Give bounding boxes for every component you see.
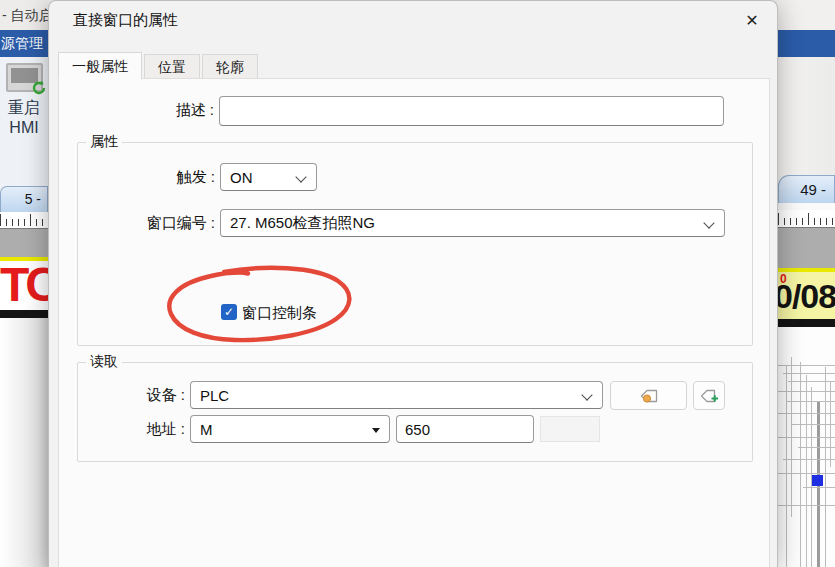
trigger-select[interactable]: ON xyxy=(220,163,317,191)
window-bar-checkbox[interactable]: ✓ xyxy=(221,304,237,320)
horizontal-ruler-left xyxy=(0,212,48,229)
chevron-down-icon xyxy=(295,171,306,182)
device-value: PLC xyxy=(200,387,229,404)
trigger-value: ON xyxy=(230,169,253,186)
dialog-title: 直接窗口的属性 xyxy=(73,11,178,30)
ruler-major-ticks xyxy=(778,213,835,225)
background-window-title: - 自动启 xyxy=(2,7,48,25)
black-divider-right xyxy=(778,319,835,327)
screen-margin-left xyxy=(0,229,48,257)
restart-hmi-icon[interactable] xyxy=(6,63,43,92)
address-type-value: M xyxy=(200,421,213,438)
window-tab-49[interactable]: 49 - xyxy=(778,175,835,203)
black-divider-left xyxy=(0,310,48,318)
ruler-major-ticks xyxy=(0,214,48,226)
property-group: 属性 触发 : ON 窗口编号 : 27. M650检查拍照NG ✓ 窗口控制条 xyxy=(77,142,753,346)
tag-plus-icon xyxy=(699,387,719,405)
hmi-screen-logo: TC xyxy=(0,261,48,310)
tab-page-general: 描述 : 属性 触发 : ON 窗口编号 : 27. M650检查拍照NG ✓ xyxy=(58,78,770,567)
hmi-date-display: 0 0/08 xyxy=(778,272,835,319)
read-group-title: 读取 xyxy=(86,353,122,371)
close-icon[interactable]: ✕ xyxy=(737,6,767,34)
window-no-select[interactable]: 27. M650检查拍照NG xyxy=(220,209,725,237)
background-top-right xyxy=(778,0,835,30)
address-label: 地址 : xyxy=(105,420,185,439)
triangle-down-icon xyxy=(372,428,380,433)
screen-margin-right xyxy=(778,228,835,268)
tab-profile[interactable]: 轮廓 xyxy=(202,54,258,79)
selection-handle[interactable] xyxy=(812,475,823,486)
horizontal-ruler-right xyxy=(778,210,835,228)
direct-window-properties-dialog: 直接窗口的属性 ✕ 一般属性 位置 轮廓 描述 : 属性 触发 : ON 窗口编… xyxy=(48,0,778,567)
ribbon-panel-left: 重启 HMI xyxy=(0,57,48,186)
ribbon-tab-label: 源管理 xyxy=(1,35,43,53)
device-label: 设备 : xyxy=(105,386,185,405)
refresh-icon xyxy=(31,80,47,96)
tab-gap-right xyxy=(778,203,835,210)
background-window-titlebar: - 自动启 xyxy=(0,0,48,30)
tab-general-properties[interactable]: 一般属性 xyxy=(58,52,142,80)
tab-position[interactable]: 位置 xyxy=(144,54,200,79)
address-value-input[interactable] xyxy=(396,415,534,443)
screen: - 自动启 源管理 重启 HMI 5 - TC 49 - xyxy=(0,0,835,567)
description-input[interactable] xyxy=(219,96,724,126)
window-tab-5[interactable]: 5 - xyxy=(0,186,48,212)
restart-hmi-label-line1[interactable]: 重启 xyxy=(0,98,48,119)
logo-text: TC xyxy=(0,261,48,310)
restart-hmi-label-line2[interactable]: HMI xyxy=(0,119,48,137)
read-group: 读取 设备 : PLC xyxy=(77,362,753,462)
description-label: 描述 : xyxy=(114,101,214,120)
ribbon-tab-resource-manager[interactable]: 源管理 xyxy=(0,30,48,57)
window-no-label: 窗口编号 : xyxy=(90,214,215,233)
window-tab-5-label: 5 - xyxy=(25,191,41,207)
trigger-label: 触发 : xyxy=(118,168,215,187)
check-icon: ✓ xyxy=(224,305,234,319)
chevron-down-icon xyxy=(703,217,714,228)
add-tag-button[interactable] xyxy=(693,381,725,410)
dialog-tabs: 一般属性 位置 轮廓 xyxy=(58,51,260,79)
window-bar-checkbox-label[interactable]: 窗口控制条 xyxy=(242,304,317,323)
tag-icon xyxy=(638,387,660,405)
window-no-value: 27. M650检查拍照NG xyxy=(230,214,375,233)
tag-settings-button[interactable] xyxy=(610,381,687,410)
editor-canvas-left xyxy=(0,318,48,567)
ribbon-bar-right xyxy=(778,30,835,57)
property-group-title: 属性 xyxy=(86,133,122,151)
chevron-down-icon xyxy=(581,389,592,400)
address-extra-field xyxy=(540,416,600,442)
date-text: 0/08 xyxy=(778,277,835,316)
device-select[interactable]: PLC xyxy=(190,381,603,409)
hmi-canvas-wireframe xyxy=(778,327,835,567)
window-tab-49-label: 49 - xyxy=(800,181,826,198)
ribbon-panel-right xyxy=(778,57,835,175)
address-type-select[interactable]: M xyxy=(190,415,390,443)
